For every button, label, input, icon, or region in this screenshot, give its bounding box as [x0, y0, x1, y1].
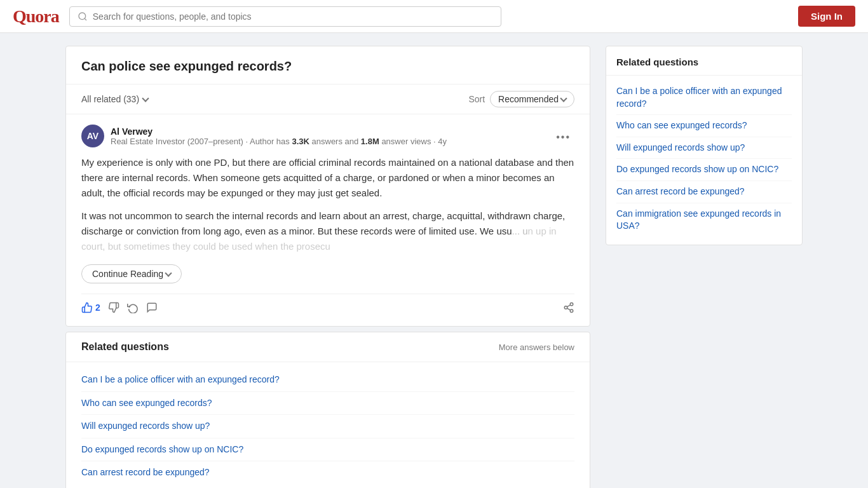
chevron-down-icon — [142, 95, 149, 102]
sidebar-link-3[interactable]: Will expunged records show up? — [616, 142, 745, 152]
continue-chevron-icon — [165, 269, 172, 276]
answer-section: AV Al Verwey Real Estate Investor (2007–… — [66, 114, 590, 326]
main-column: Can police see expunged records? All rel… — [65, 46, 590, 488]
continue-reading-button[interactable]: Continue Reading — [81, 264, 182, 283]
more-options-button[interactable] — [552, 128, 574, 145]
external-share-button[interactable] — [563, 299, 574, 316]
header-right: Sign In — [798, 6, 855, 27]
answer-body-p2-text: It was not uncommon to search the intern… — [81, 210, 565, 236]
related-link-4[interactable]: Do expunged records show up on NCIC? — [81, 444, 243, 454]
svg-line-1 — [85, 18, 86, 20]
avatar: AV — [81, 125, 104, 147]
related-link-2[interactable]: Who can see expunged records? — [81, 398, 212, 408]
list-item: Who can see expunged records? — [81, 392, 574, 416]
sort-label: Sort — [468, 94, 485, 104]
svg-line-5 — [567, 308, 570, 310]
downvote-icon — [108, 302, 119, 313]
quora-logo[interactable]: Quora — [13, 6, 59, 27]
list-item: Can arrest record be expunged? — [81, 461, 574, 484]
list-item: Can arrest record be expunged? — [616, 181, 792, 203]
sort-value: Recommended — [498, 94, 559, 104]
page-content: Can police see expunged records? All rel… — [53, 33, 815, 488]
svg-point-3 — [564, 306, 567, 309]
sidebar-link-4[interactable]: Do expunged records show up on NCIC? — [616, 164, 778, 174]
svg-line-6 — [567, 305, 570, 307]
list-item: Can immigration see expunged records in … — [616, 203, 792, 237]
sign-in-button[interactable]: Sign In — [798, 6, 855, 27]
sidebar-links-list: Can I be a police officer with an expung… — [606, 76, 802, 245]
upvote-icon — [81, 302, 93, 313]
sidebar-link-6[interactable]: Can immigration see expunged records in … — [616, 208, 781, 231]
list-item: Do expunged records show up on NCIC? — [616, 159, 792, 181]
related-link-5[interactable]: Can arrest record be expunged? — [81, 467, 210, 477]
sort-button[interactable]: Recommended — [490, 91, 574, 107]
list-item: Will expunged records show up? — [81, 415, 574, 438]
answer-body-p1: My experience is only with one PD, but t… — [81, 155, 574, 201]
list-item: Do expunged records show up on NCIC? — [81, 438, 574, 462]
list-item: Can I be a police officer with an expung… — [616, 81, 792, 115]
header: Quora Sign In — [0, 0, 868, 33]
search-input[interactable] — [93, 11, 493, 22]
upvote-count: 2 — [95, 302, 100, 313]
sidebar-title: Related questions — [606, 46, 802, 76]
sidebar-link-5[interactable]: Can arrest record be expunged? — [616, 186, 745, 196]
list-item: Will expunged records show up? — [616, 137, 792, 159]
author-info: AV Al Verwey Real Estate Investor (2007–… — [81, 125, 447, 147]
sort-chevron-icon — [560, 95, 567, 102]
related-questions-list: Can I be a police officer with an expung… — [66, 362, 590, 488]
all-related-button[interactable]: All related (33) — [81, 94, 148, 104]
question-meta: All related (33) Sort Recommended — [66, 85, 590, 114]
svg-point-2 — [570, 303, 573, 306]
svg-point-4 — [570, 309, 573, 313]
author-bio: Real Estate Investor (2007–present) · Au… — [111, 137, 447, 146]
share-icon — [127, 302, 139, 313]
external-share-icon — [563, 302, 574, 313]
sidebar-card: Related questions Can I be a police offi… — [606, 46, 803, 245]
continue-reading-label: Continue Reading — [92, 269, 163, 279]
answer-body-faded1: ... u — [512, 226, 528, 236]
author-details: Al Verwey Real Estate Investor (2007–pre… — [111, 126, 447, 146]
related-questions-header: Related questions More answers below — [66, 332, 590, 362]
sidebar-link-2[interactable]: Who can see expunged records? — [616, 120, 747, 130]
list-item: Who can see expunged records? — [616, 115, 792, 137]
comment-icon — [146, 302, 158, 313]
upvote-button[interactable]: 2 — [81, 299, 100, 316]
related-questions-card: Related questions More answers below Can… — [65, 332, 590, 488]
question-card: Can police see expunged records? All rel… — [65, 46, 590, 327]
downvote-button[interactable] — [108, 299, 119, 316]
svg-point-0 — [79, 13, 86, 20]
sidebar-link-1[interactable]: Can I be a police officer with an expung… — [616, 86, 782, 109]
comment-button[interactable] — [146, 299, 158, 316]
related-questions-title: Related questions — [81, 341, 169, 353]
more-answers-label: More answers below — [499, 342, 574, 352]
answer-body-p2: It was not uncommon to search the intern… — [81, 208, 574, 254]
sort-section: Sort Recommended — [468, 91, 574, 107]
question-title: Can police see expunged records? — [81, 59, 574, 74]
related-link-1[interactable]: Can I be a police officer with an expung… — [81, 374, 280, 384]
list-item: Can I be a police officer with an expung… — [81, 369, 574, 392]
author-name[interactable]: Al Verwey — [111, 126, 447, 137]
share-button[interactable] — [127, 299, 139, 316]
search-icon — [78, 11, 88, 22]
answer-actions: 2 — [81, 294, 574, 316]
ellipsis-icon — [556, 129, 571, 143]
search-container — [69, 6, 501, 27]
search-box — [69, 6, 501, 27]
related-link-3[interactable]: Will expunged records show up? — [81, 421, 210, 431]
answer-author: AV Al Verwey Real Estate Investor (2007–… — [81, 125, 574, 147]
all-related-label: All related (33) — [81, 94, 139, 104]
question-header: Can police see expunged records? — [66, 46, 590, 85]
sidebar: Related questions Can I be a police offi… — [606, 46, 803, 245]
